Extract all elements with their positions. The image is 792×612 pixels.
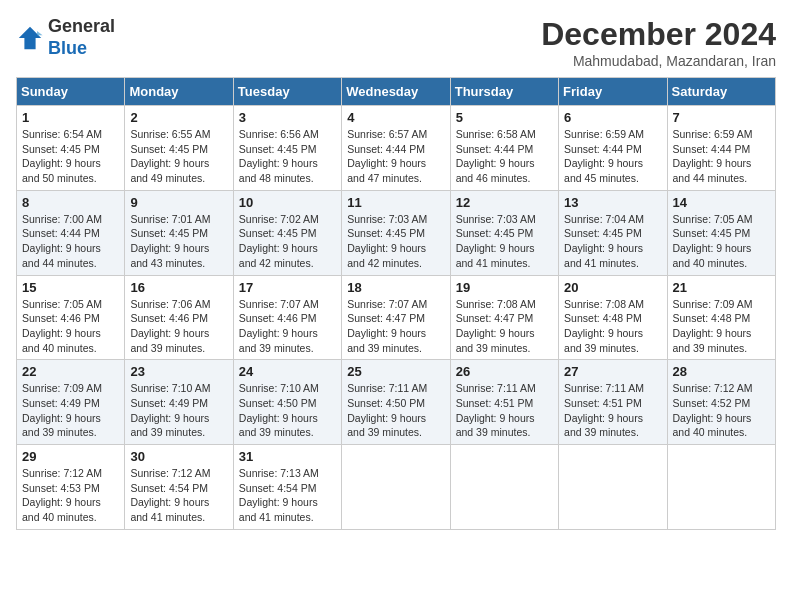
day-number: 4 (347, 110, 444, 125)
day-number: 17 (239, 280, 336, 295)
day-info: Sunrise: 7:11 AM Sunset: 4:51 PM Dayligh… (564, 381, 661, 440)
day-info: Sunrise: 6:56 AM Sunset: 4:45 PM Dayligh… (239, 127, 336, 186)
day-number: 31 (239, 449, 336, 464)
day-info: Sunrise: 6:55 AM Sunset: 4:45 PM Dayligh… (130, 127, 227, 186)
day-number: 19 (456, 280, 553, 295)
day-number: 5 (456, 110, 553, 125)
svg-marker-0 (19, 26, 41, 48)
calendar-cell: 2 Sunrise: 6:55 AM Sunset: 4:45 PM Dayli… (125, 106, 233, 191)
day-info: Sunrise: 7:03 AM Sunset: 4:45 PM Dayligh… (347, 212, 444, 271)
day-number: 12 (456, 195, 553, 210)
calendar-week-row: 22 Sunrise: 7:09 AM Sunset: 4:49 PM Dayl… (17, 360, 776, 445)
day-number: 23 (130, 364, 227, 379)
day-info: Sunrise: 6:58 AM Sunset: 4:44 PM Dayligh… (456, 127, 553, 186)
day-info: Sunrise: 7:12 AM Sunset: 4:54 PM Dayligh… (130, 466, 227, 525)
calendar-cell: 29 Sunrise: 7:12 AM Sunset: 4:53 PM Dayl… (17, 445, 125, 530)
month-title: December 2024 (541, 16, 776, 53)
day-info: Sunrise: 7:01 AM Sunset: 4:45 PM Dayligh… (130, 212, 227, 271)
calendar-cell: 24 Sunrise: 7:10 AM Sunset: 4:50 PM Dayl… (233, 360, 341, 445)
calendar-cell (559, 445, 667, 530)
weekday-header: Tuesday (233, 78, 341, 106)
day-info: Sunrise: 7:09 AM Sunset: 4:49 PM Dayligh… (22, 381, 119, 440)
calendar-week-row: 8 Sunrise: 7:00 AM Sunset: 4:44 PM Dayli… (17, 190, 776, 275)
calendar-cell: 28 Sunrise: 7:12 AM Sunset: 4:52 PM Dayl… (667, 360, 775, 445)
logo-line1: General (48, 16, 115, 38)
calendar-cell: 23 Sunrise: 7:10 AM Sunset: 4:49 PM Dayl… (125, 360, 233, 445)
calendar-cell: 17 Sunrise: 7:07 AM Sunset: 4:46 PM Dayl… (233, 275, 341, 360)
calendar-week-row: 15 Sunrise: 7:05 AM Sunset: 4:46 PM Dayl… (17, 275, 776, 360)
calendar-cell: 22 Sunrise: 7:09 AM Sunset: 4:49 PM Dayl… (17, 360, 125, 445)
logo: General Blue (16, 16, 115, 59)
calendar-cell (342, 445, 450, 530)
logo-icon (16, 24, 44, 52)
day-info: Sunrise: 7:02 AM Sunset: 4:45 PM Dayligh… (239, 212, 336, 271)
weekday-header: Saturday (667, 78, 775, 106)
day-number: 14 (673, 195, 770, 210)
weekday-header: Wednesday (342, 78, 450, 106)
calendar-table: SundayMondayTuesdayWednesdayThursdayFrid… (16, 77, 776, 530)
calendar-cell: 12 Sunrise: 7:03 AM Sunset: 4:45 PM Dayl… (450, 190, 558, 275)
day-number: 26 (456, 364, 553, 379)
calendar-cell: 5 Sunrise: 6:58 AM Sunset: 4:44 PM Dayli… (450, 106, 558, 191)
calendar-header-row: SundayMondayTuesdayWednesdayThursdayFrid… (17, 78, 776, 106)
calendar-cell: 8 Sunrise: 7:00 AM Sunset: 4:44 PM Dayli… (17, 190, 125, 275)
day-info: Sunrise: 7:05 AM Sunset: 4:46 PM Dayligh… (22, 297, 119, 356)
day-number: 29 (22, 449, 119, 464)
day-info: Sunrise: 7:08 AM Sunset: 4:48 PM Dayligh… (564, 297, 661, 356)
calendar-cell (667, 445, 775, 530)
day-number: 24 (239, 364, 336, 379)
day-info: Sunrise: 7:07 AM Sunset: 4:46 PM Dayligh… (239, 297, 336, 356)
logo-line2: Blue (48, 38, 115, 60)
day-number: 6 (564, 110, 661, 125)
day-number: 28 (673, 364, 770, 379)
day-number: 21 (673, 280, 770, 295)
day-number: 11 (347, 195, 444, 210)
calendar-cell: 3 Sunrise: 6:56 AM Sunset: 4:45 PM Dayli… (233, 106, 341, 191)
day-info: Sunrise: 7:00 AM Sunset: 4:44 PM Dayligh… (22, 212, 119, 271)
calendar-week-row: 29 Sunrise: 7:12 AM Sunset: 4:53 PM Dayl… (17, 445, 776, 530)
day-number: 18 (347, 280, 444, 295)
day-info: Sunrise: 6:57 AM Sunset: 4:44 PM Dayligh… (347, 127, 444, 186)
day-info: Sunrise: 7:13 AM Sunset: 4:54 PM Dayligh… (239, 466, 336, 525)
day-info: Sunrise: 7:03 AM Sunset: 4:45 PM Dayligh… (456, 212, 553, 271)
calendar-cell: 21 Sunrise: 7:09 AM Sunset: 4:48 PM Dayl… (667, 275, 775, 360)
day-info: Sunrise: 7:12 AM Sunset: 4:53 PM Dayligh… (22, 466, 119, 525)
calendar-cell: 7 Sunrise: 6:59 AM Sunset: 4:44 PM Dayli… (667, 106, 775, 191)
day-info: Sunrise: 7:09 AM Sunset: 4:48 PM Dayligh… (673, 297, 770, 356)
calendar-cell: 1 Sunrise: 6:54 AM Sunset: 4:45 PM Dayli… (17, 106, 125, 191)
calendar-cell: 6 Sunrise: 6:59 AM Sunset: 4:44 PM Dayli… (559, 106, 667, 191)
calendar-cell: 31 Sunrise: 7:13 AM Sunset: 4:54 PM Dayl… (233, 445, 341, 530)
day-number: 7 (673, 110, 770, 125)
day-number: 30 (130, 449, 227, 464)
day-number: 15 (22, 280, 119, 295)
day-number: 25 (347, 364, 444, 379)
weekday-header: Friday (559, 78, 667, 106)
location-subtitle: Mahmudabad, Mazandaran, Iran (541, 53, 776, 69)
day-info: Sunrise: 7:11 AM Sunset: 4:50 PM Dayligh… (347, 381, 444, 440)
day-number: 9 (130, 195, 227, 210)
calendar-cell: 11 Sunrise: 7:03 AM Sunset: 4:45 PM Dayl… (342, 190, 450, 275)
calendar-cell (450, 445, 558, 530)
day-info: Sunrise: 7:08 AM Sunset: 4:47 PM Dayligh… (456, 297, 553, 356)
day-info: Sunrise: 7:12 AM Sunset: 4:52 PM Dayligh… (673, 381, 770, 440)
weekday-header: Sunday (17, 78, 125, 106)
day-info: Sunrise: 6:59 AM Sunset: 4:44 PM Dayligh… (673, 127, 770, 186)
calendar-cell: 30 Sunrise: 7:12 AM Sunset: 4:54 PM Dayl… (125, 445, 233, 530)
day-number: 13 (564, 195, 661, 210)
calendar-cell: 18 Sunrise: 7:07 AM Sunset: 4:47 PM Dayl… (342, 275, 450, 360)
day-info: Sunrise: 6:59 AM Sunset: 4:44 PM Dayligh… (564, 127, 661, 186)
title-section: December 2024 Mahmudabad, Mazandaran, Ir… (541, 16, 776, 69)
day-number: 22 (22, 364, 119, 379)
calendar-cell: 13 Sunrise: 7:04 AM Sunset: 4:45 PM Dayl… (559, 190, 667, 275)
day-info: Sunrise: 7:06 AM Sunset: 4:46 PM Dayligh… (130, 297, 227, 356)
calendar-cell: 16 Sunrise: 7:06 AM Sunset: 4:46 PM Dayl… (125, 275, 233, 360)
day-number: 20 (564, 280, 661, 295)
day-number: 27 (564, 364, 661, 379)
calendar-cell: 4 Sunrise: 6:57 AM Sunset: 4:44 PM Dayli… (342, 106, 450, 191)
day-number: 1 (22, 110, 119, 125)
calendar-cell: 15 Sunrise: 7:05 AM Sunset: 4:46 PM Dayl… (17, 275, 125, 360)
calendar-cell: 19 Sunrise: 7:08 AM Sunset: 4:47 PM Dayl… (450, 275, 558, 360)
calendar-cell: 25 Sunrise: 7:11 AM Sunset: 4:50 PM Dayl… (342, 360, 450, 445)
calendar-cell: 9 Sunrise: 7:01 AM Sunset: 4:45 PM Dayli… (125, 190, 233, 275)
day-info: Sunrise: 6:54 AM Sunset: 4:45 PM Dayligh… (22, 127, 119, 186)
